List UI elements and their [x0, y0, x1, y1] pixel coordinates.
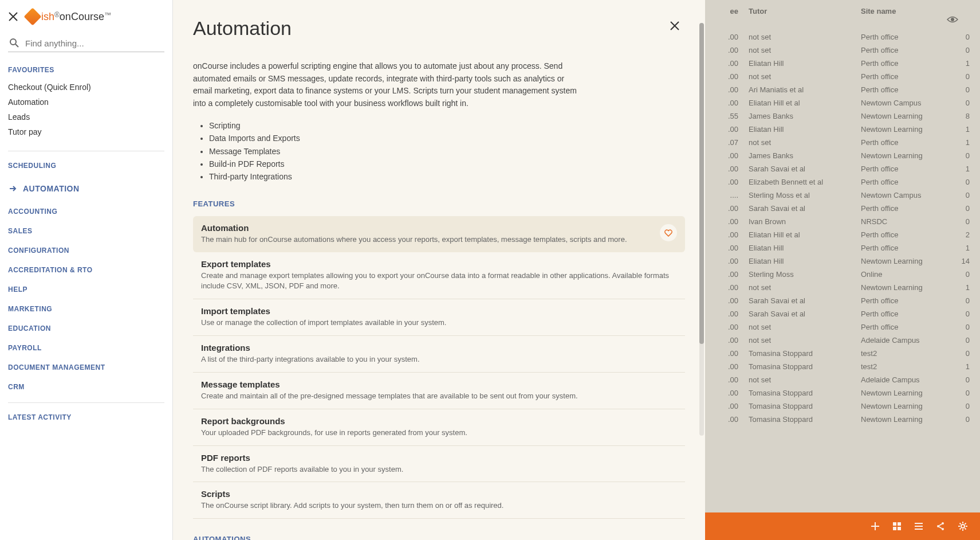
cell-tutor: Eliatan Hill et al [738, 99, 861, 107]
feature-item[interactable]: Message templatesCreate and maintain all… [193, 373, 685, 409]
table-row[interactable]: .00not setAdelaide Campus0 [705, 373, 980, 386]
table-row[interactable]: .55James BanksNewtown Learning8 [705, 109, 980, 123]
table-row[interactable]: .00not setPerth office0 [705, 30, 980, 44]
table-row[interactable]: .00Tomasina StoppardNewtown Learning0 [705, 413, 980, 426]
svg-point-12 [961, 525, 965, 528]
nav-heading[interactable]: ACCREDITATION & RTO [8, 266, 164, 274]
feature-item[interactable]: ScriptsThe onCourse script library. Add … [193, 482, 685, 519]
table-row[interactable]: .00not setNewtown Learning1 [705, 281, 980, 294]
nav-section: HELP [8, 285, 164, 294]
feature-item[interactable]: Export templatesCreate and manage export… [193, 252, 685, 300]
col-site-header[interactable]: Site name [861, 7, 947, 24]
cell-count: 0 [947, 204, 970, 213]
cell-count: 2 [947, 230, 970, 239]
table-row[interactable]: .00not setPerth office0 [705, 44, 980, 57]
col-fee-header[interactable]: ee [715, 7, 738, 24]
table-row[interactable]: .00Eliatan Hill et alPerth office2 [705, 228, 980, 241]
favourite-item[interactable]: Tutor pay [8, 124, 164, 139]
content-panel: Automation onCourse includes a powerful … [173, 0, 705, 540]
scrollbar[interactable] [699, 23, 704, 436]
table-row[interactable]: .00Sarah Savai et alPerth office0 [705, 307, 980, 320]
cell-site: Perth office [861, 296, 947, 305]
table-row[interactable]: .00Eliatan HillPerth office1 [705, 241, 980, 255]
table-row[interactable]: .00not setPerth office0 [705, 70, 980, 83]
view-list-button[interactable] [914, 521, 924, 531]
table-row[interactable]: .00Elizabeth Bennett et alPerth office0 [705, 175, 980, 189]
nav-heading[interactable]: SCHEDULING [8, 162, 164, 170]
table-row[interactable]: .00Tomasina Stoppardtest21 [705, 360, 980, 373]
bottom-toolbar [705, 512, 980, 540]
cell-count: 0 [947, 99, 970, 107]
cell-site: Newtown Learning [861, 112, 947, 120]
cell-fee: .00 [715, 59, 738, 68]
table-row[interactable]: .00Tomasina StoppardNewtown Learning0 [705, 400, 980, 413]
table-row[interactable]: .00not setAdelaide Campus0 [705, 334, 980, 347]
favourite-item[interactable]: Leads [8, 109, 164, 124]
nav-heading[interactable]: DOCUMENT MANAGEMENT [8, 363, 164, 371]
nav-heading[interactable]: CONFIGURATION [8, 246, 164, 255]
table-row[interactable]: .00Sarah Savai et alPerth office0 [705, 294, 980, 307]
table-row[interactable]: .00Ivan BrownNRSDC0 [705, 215, 980, 228]
close-sidebar-button[interactable] [8, 11, 18, 22]
favourite-item[interactable]: Checkout (Quick Enrol) [8, 80, 164, 95]
cell-tutor: Eliatan Hill [738, 125, 861, 134]
nav-heading[interactable]: HELP [8, 285, 164, 294]
search-input[interactable] [25, 38, 163, 48]
cell-tutor: Tomasina Stoppard [738, 362, 861, 371]
table-row[interactable]: .00Tomasina StoppardNewtown Learning0 [705, 386, 980, 400]
cell-site: Perth office [861, 46, 947, 54]
favourite-item[interactable]: Automation [8, 95, 164, 109]
table-row[interactable]: .00Eliatan Hill et alNewtown Campus0 [705, 96, 980, 109]
feature-desc: Create and manage export templates allow… [201, 271, 677, 292]
cell-site: Perth office [861, 230, 947, 239]
feature-item[interactable]: Report backgroundsYour uploaded PDF back… [193, 409, 685, 446]
table-row[interactable]: .00Tomasina Stoppardtest20 [705, 347, 980, 360]
cell-count: 0 [947, 296, 970, 305]
col-tutor-header[interactable]: Tutor [738, 7, 861, 24]
bullet-item: Build-in PDF Reports [209, 158, 685, 170]
cell-count: 0 [947, 85, 970, 94]
cell-fee: .00 [715, 151, 738, 160]
table-row[interactable]: .00James BanksNewtown Learning0 [705, 149, 980, 162]
cell-count: 1 [947, 165, 970, 173]
nav-heading[interactable]: MARKETING [8, 305, 164, 313]
nav-heading[interactable]: CRM [8, 383, 164, 391]
search-field[interactable] [8, 34, 164, 52]
close-content-button[interactable] [670, 21, 680, 31]
table-row[interactable]: .00Ari Maniatis et alPerth office0 [705, 83, 980, 96]
nav-heading[interactable]: PAYROLL [8, 344, 164, 352]
nav-heading[interactable]: ACCOUNTING [8, 208, 164, 216]
view-grid-button[interactable] [892, 521, 902, 531]
cell-tutor: Eliatan Hill [738, 257, 861, 265]
table-row[interactable]: .00not setPerth office0 [705, 320, 980, 334]
table-row[interactable]: .07not setPerth office1 [705, 136, 980, 149]
table-row[interactable]: .00Eliatan HillNewtown Learning1 [705, 123, 980, 136]
table-row[interactable]: .00Eliatan HillPerth office1 [705, 57, 980, 70]
feature-item[interactable]: Import templatesUse or manage the collec… [193, 299, 685, 336]
settings-button[interactable] [957, 521, 969, 532]
table-row[interactable]: .00Sterling MossOnline0 [705, 268, 980, 281]
cell-fee: .00 [715, 402, 738, 410]
feature-item[interactable]: AutomationThe main hub for onCourse auto… [193, 216, 685, 252]
col-visibility[interactable] [947, 7, 970, 24]
table-row[interactable]: .00Eliatan HillNewtown Learning14 [705, 255, 980, 268]
bullet-item: Third-party Integrations [209, 170, 685, 183]
table-row[interactable]: ....Sterling Moss et alNewtown Campus0 [705, 189, 980, 202]
cell-site: Perth office [861, 72, 947, 81]
cell-tutor: Elizabeth Bennett et al [738, 178, 861, 186]
feature-desc: Create and maintain all of the pre-desig… [201, 391, 677, 402]
add-button[interactable] [870, 521, 880, 531]
nav-section: EDUCATION [8, 324, 164, 332]
share-button[interactable] [935, 521, 946, 531]
feature-item[interactable]: PDF reportsThe collection of PDF reports… [193, 446, 685, 483]
feature-item[interactable]: IntegrationsA list of the third-party in… [193, 336, 685, 373]
nav-heading[interactable]: SALES [8, 227, 164, 235]
cell-tutor: Ivan Brown [738, 217, 861, 226]
nav-heading-active[interactable]: AUTOMATION [8, 181, 164, 196]
scrollbar-thumb[interactable] [699, 23, 704, 344]
table-row[interactable]: .00Sarah Savai et alPerth office1 [705, 162, 980, 175]
nav-heading[interactable]: EDUCATION [8, 324, 164, 332]
table-row[interactable]: .00Sarah Savai et alPerth office0 [705, 202, 980, 215]
favourite-heart-icon[interactable] [660, 224, 677, 241]
page-title: Automation [193, 17, 685, 40]
